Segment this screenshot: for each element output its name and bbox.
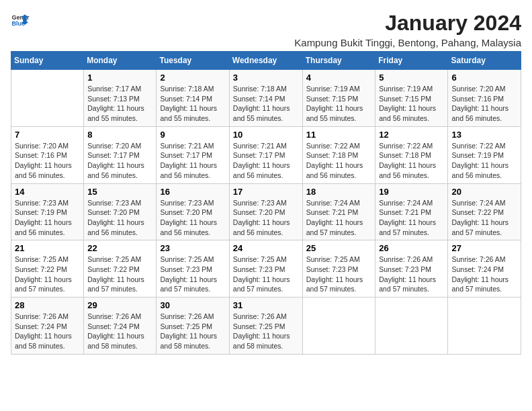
day-detail: Sunrise: 7:20 AMSunset: 7:16 PMDaylight:…: [15, 141, 80, 181]
day-header-wednesday: Wednesday: [229, 52, 302, 70]
day-number: 21: [15, 243, 80, 253]
day-detail: Sunrise: 7:26 AMSunset: 7:25 PMDaylight:…: [233, 312, 299, 351]
day-detail: Sunrise: 7:19 AMSunset: 7:15 PMDaylight:…: [379, 84, 444, 124]
svg-text:Blue: Blue: [11, 20, 25, 27]
day-cell: [11, 70, 84, 127]
day-cell: 13Sunrise: 7:22 AMSunset: 7:19 PMDayligh…: [448, 126, 521, 183]
day-cell: 23Sunrise: 7:25 AMSunset: 7:23 PMDayligh…: [157, 240, 229, 298]
calendar-table: SundayMondayTuesdayWednesdayThursdayFrid…: [11, 51, 521, 355]
day-detail: Sunrise: 7:18 AMSunset: 7:14 PMDaylight:…: [233, 84, 299, 124]
day-number: 7: [15, 130, 80, 140]
day-number: 31: [233, 300, 299, 310]
day-number: 3: [233, 73, 299, 83]
day-number: 23: [160, 243, 225, 253]
day-cell: 31Sunrise: 7:26 AMSunset: 7:25 PMDayligh…: [229, 298, 302, 355]
day-detail: Sunrise: 7:25 AMSunset: 7:22 PMDaylight:…: [15, 255, 80, 294]
day-cell: [302, 298, 375, 355]
day-number: 10: [233, 130, 299, 140]
day-cell: 21Sunrise: 7:25 AMSunset: 7:22 PMDayligh…: [11, 240, 84, 298]
day-detail: Sunrise: 7:25 AMSunset: 7:23 PMDaylight:…: [160, 255, 225, 294]
day-cell: 9Sunrise: 7:21 AMSunset: 7:17 PMDaylight…: [157, 126, 229, 183]
day-detail: Sunrise: 7:19 AMSunset: 7:15 PMDaylight:…: [306, 84, 372, 124]
day-detail: Sunrise: 7:18 AMSunset: 7:14 PMDaylight:…: [160, 84, 225, 124]
day-detail: Sunrise: 7:26 AMSunset: 7:24 PMDaylight:…: [451, 255, 517, 294]
day-cell: 24Sunrise: 7:25 AMSunset: 7:23 PMDayligh…: [229, 240, 302, 298]
day-cell: 14Sunrise: 7:23 AMSunset: 7:19 PMDayligh…: [11, 183, 84, 240]
day-number: 15: [87, 187, 152, 197]
day-header-saturday: Saturday: [448, 52, 521, 70]
day-detail: Sunrise: 7:20 AMSunset: 7:17 PMDaylight:…: [87, 141, 152, 181]
day-number: 17: [233, 187, 299, 197]
day-number: 4: [306, 73, 372, 83]
header-row: SundayMondayTuesdayWednesdayThursdayFrid…: [11, 52, 521, 70]
header: General Blue January 2024 Kampung Bukit …: [11, 11, 521, 48]
day-number: 25: [306, 243, 372, 253]
day-detail: Sunrise: 7:22 AMSunset: 7:19 PMDaylight:…: [451, 141, 517, 181]
day-detail: Sunrise: 7:22 AMSunset: 7:18 PMDaylight:…: [306, 141, 372, 181]
day-detail: Sunrise: 7:25 AMSunset: 7:23 PMDaylight:…: [306, 255, 372, 294]
day-detail: Sunrise: 7:21 AMSunset: 7:17 PMDaylight:…: [233, 141, 299, 181]
day-number: 14: [15, 187, 80, 197]
day-number: 19: [379, 187, 444, 197]
day-cell: [448, 298, 521, 355]
day-number: 29: [87, 300, 152, 310]
day-cell: 6Sunrise: 7:20 AMSunset: 7:16 PMDaylight…: [448, 70, 521, 127]
day-detail: Sunrise: 7:23 AMSunset: 7:20 PMDaylight:…: [233, 198, 299, 238]
day-detail: Sunrise: 7:21 AMSunset: 7:17 PMDaylight:…: [160, 141, 225, 181]
day-number: 2: [160, 73, 225, 83]
day-number: 16: [160, 187, 225, 197]
day-detail: Sunrise: 7:24 AMSunset: 7:22 PMDaylight:…: [451, 198, 517, 238]
day-header-monday: Monday: [84, 52, 157, 70]
day-cell: 10Sunrise: 7:21 AMSunset: 7:17 PMDayligh…: [229, 126, 302, 183]
day-detail: Sunrise: 7:25 AMSunset: 7:23 PMDaylight:…: [233, 255, 299, 294]
day-detail: Sunrise: 7:26 AMSunset: 7:23 PMDaylight:…: [379, 255, 444, 294]
day-cell: 12Sunrise: 7:22 AMSunset: 7:18 PMDayligh…: [375, 126, 448, 183]
day-cell: 3Sunrise: 7:18 AMSunset: 7:14 PMDaylight…: [229, 70, 302, 127]
day-cell: 15Sunrise: 7:23 AMSunset: 7:20 PMDayligh…: [84, 183, 157, 240]
day-cell: 29Sunrise: 7:26 AMSunset: 7:24 PMDayligh…: [84, 298, 157, 355]
day-number: 20: [451, 187, 517, 197]
day-detail: Sunrise: 7:23 AMSunset: 7:20 PMDaylight:…: [87, 198, 152, 238]
day-number: 27: [451, 243, 517, 253]
day-detail: Sunrise: 7:26 AMSunset: 7:25 PMDaylight:…: [160, 312, 225, 351]
week-row-2: 7Sunrise: 7:20 AMSunset: 7:16 PMDaylight…: [11, 126, 521, 183]
day-cell: 26Sunrise: 7:26 AMSunset: 7:23 PMDayligh…: [375, 240, 448, 298]
day-header-thursday: Thursday: [302, 52, 375, 70]
day-detail: Sunrise: 7:20 AMSunset: 7:16 PMDaylight:…: [451, 84, 517, 124]
day-header-tuesday: Tuesday: [157, 52, 229, 70]
day-number: 26: [379, 243, 444, 253]
day-cell: 8Sunrise: 7:20 AMSunset: 7:17 PMDaylight…: [84, 126, 157, 183]
day-number: 11: [306, 130, 372, 140]
day-cell: 7Sunrise: 7:20 AMSunset: 7:16 PMDaylight…: [11, 126, 84, 183]
day-number: 24: [233, 243, 299, 253]
day-cell: 16Sunrise: 7:23 AMSunset: 7:20 PMDayligh…: [157, 183, 229, 240]
logo: General Blue: [11, 11, 30, 30]
day-detail: Sunrise: 7:22 AMSunset: 7:18 PMDaylight:…: [379, 141, 444, 181]
day-number: 12: [379, 130, 444, 140]
week-row-5: 28Sunrise: 7:26 AMSunset: 7:24 PMDayligh…: [11, 298, 521, 355]
day-cell: 5Sunrise: 7:19 AMSunset: 7:15 PMDaylight…: [375, 70, 448, 127]
subtitle: Kampung Bukit Tinggi, Bentong, Pahang, M…: [294, 37, 521, 48]
day-number: 28: [15, 300, 80, 310]
day-number: 18: [306, 187, 372, 197]
day-detail: Sunrise: 7:26 AMSunset: 7:24 PMDaylight:…: [15, 312, 80, 351]
day-detail: Sunrise: 7:17 AMSunset: 7:13 PMDaylight:…: [87, 84, 152, 124]
day-detail: Sunrise: 7:24 AMSunset: 7:21 PMDaylight:…: [306, 198, 372, 238]
day-cell: 18Sunrise: 7:24 AMSunset: 7:21 PMDayligh…: [302, 183, 375, 240]
day-cell: 4Sunrise: 7:19 AMSunset: 7:15 PMDaylight…: [302, 70, 375, 127]
title-area: January 2024 Kampung Bukit Tinggi, Bento…: [294, 11, 521, 48]
day-cell: 2Sunrise: 7:18 AMSunset: 7:14 PMDaylight…: [157, 70, 229, 127]
day-header-friday: Friday: [375, 52, 448, 70]
day-header-sunday: Sunday: [11, 52, 84, 70]
day-cell: 20Sunrise: 7:24 AMSunset: 7:22 PMDayligh…: [448, 183, 521, 240]
day-number: 6: [451, 73, 517, 83]
day-number: 8: [87, 130, 152, 140]
day-cell: 19Sunrise: 7:24 AMSunset: 7:21 PMDayligh…: [375, 183, 448, 240]
day-cell: 17Sunrise: 7:23 AMSunset: 7:20 PMDayligh…: [229, 183, 302, 240]
day-detail: Sunrise: 7:26 AMSunset: 7:24 PMDaylight:…: [87, 312, 152, 351]
day-cell: 11Sunrise: 7:22 AMSunset: 7:18 PMDayligh…: [302, 126, 375, 183]
day-detail: Sunrise: 7:23 AMSunset: 7:19 PMDaylight:…: [15, 198, 80, 238]
logo-icon: General Blue: [11, 11, 30, 30]
week-row-3: 14Sunrise: 7:23 AMSunset: 7:19 PMDayligh…: [11, 183, 521, 240]
day-number: 13: [451, 130, 517, 140]
